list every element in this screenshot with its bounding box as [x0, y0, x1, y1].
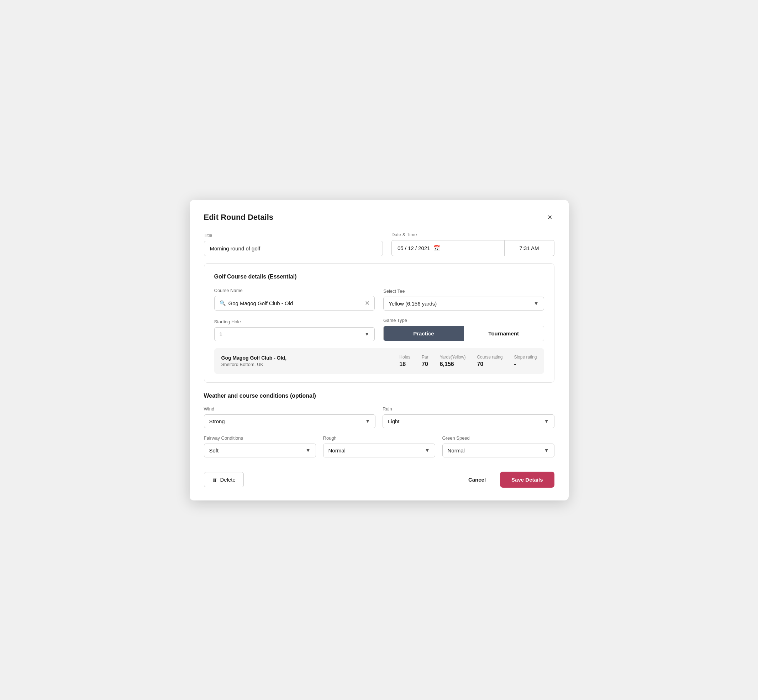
select-tee-label: Select Tee: [383, 289, 544, 294]
holes-label: Holes: [399, 355, 410, 359]
rain-group: Rain Light ▼: [382, 406, 554, 428]
practice-toggle-button[interactable]: Practice: [384, 326, 464, 341]
wind-group: Wind Strong ▼: [204, 406, 376, 428]
modal-title: Edit Round Details: [204, 213, 274, 222]
fairway-rough-green-row: Fairway Conditions Soft ▼ Rough Normal ▼…: [204, 435, 554, 458]
slope-rating-label: Slope rating: [514, 355, 537, 359]
fairway-group: Fairway Conditions Soft ▼: [204, 435, 316, 458]
rain-dropdown[interactable]: Light: [388, 418, 549, 424]
course-info-main: Gog Magog Golf Club - Old, Shelford Bott…: [221, 355, 388, 367]
golf-course-card-title: Golf Course details (Essential): [214, 273, 544, 280]
course-tee-row: Course Name 🔍 ✕ Select Tee Yellow (6,156…: [214, 288, 544, 311]
clear-icon[interactable]: ✕: [365, 300, 370, 306]
date-time-row: 05 / 12 / 2021 📅 7:31 AM: [392, 240, 554, 256]
time-value: 7:31 AM: [519, 245, 539, 251]
fairway-select-wrap: Soft ▼: [204, 444, 316, 458]
course-info-bar: Gog Magog Golf Club - Old, Shelford Bott…: [214, 348, 544, 374]
green-speed-select-wrap: Normal ▼: [442, 444, 554, 458]
course-info-location: Shelford Bottom, UK: [221, 362, 388, 367]
title-label: Title: [204, 233, 383, 238]
modal-header: Edit Round Details ×: [204, 213, 554, 222]
fairway-label: Fairway Conditions: [204, 435, 316, 441]
game-type-group: Game Type Practice Tournament: [383, 318, 544, 341]
datetime-field-group: Date & Time 05 / 12 / 2021 📅 7:31 AM: [392, 232, 554, 256]
close-button[interactable]: ×: [545, 213, 554, 222]
golf-course-card: Golf Course details (Essential) Course N…: [204, 263, 554, 383]
select-tee-wrap: Yellow (6,156 yards) ▼: [383, 297, 544, 311]
course-rating-value: 70: [477, 361, 483, 367]
rough-dropdown[interactable]: Normal: [329, 447, 430, 453]
search-icon: 🔍: [219, 300, 226, 306]
title-datetime-row: Title Date & Time 05 / 12 / 2021 📅 7:31 …: [204, 232, 554, 256]
green-speed-group: Green Speed Normal ▼: [442, 435, 554, 458]
holes-stat: Holes 18: [399, 355, 410, 367]
par-value: 70: [422, 361, 428, 367]
slope-rating-stat: Slope rating -: [514, 355, 537, 367]
title-field-group: Title: [204, 233, 383, 256]
holes-value: 18: [399, 361, 406, 367]
rain-select-wrap: Light ▼: [382, 414, 554, 428]
rough-group: Rough Normal ▼: [323, 435, 435, 458]
starting-hole-wrap: 1 ▼: [214, 327, 375, 341]
starting-hole-dropdown[interactable]: 1: [219, 331, 370, 337]
course-name-input[interactable]: [229, 300, 362, 306]
green-speed-dropdown[interactable]: Normal: [448, 447, 549, 453]
trash-icon: 🗑: [212, 477, 218, 483]
game-type-label: Game Type: [383, 318, 544, 323]
game-type-toggle: Practice Tournament: [383, 326, 544, 341]
cancel-button[interactable]: Cancel: [463, 472, 492, 487]
wind-select-wrap: Strong ▼: [204, 414, 376, 428]
datetime-label: Date & Time: [392, 232, 554, 237]
course-rating-stat: Course rating 70: [477, 355, 503, 367]
tournament-toggle-button[interactable]: Tournament: [464, 326, 544, 341]
course-name-group: Course Name 🔍 ✕: [214, 288, 375, 311]
rough-select-wrap: Normal ▼: [323, 444, 435, 458]
delete-button[interactable]: 🗑 Delete: [204, 472, 244, 487]
date-value: 05 / 12 / 2021: [398, 245, 430, 251]
course-name-search-wrap: 🔍 ✕: [214, 296, 375, 311]
conditions-section-title: Weather and course conditions (optional): [204, 393, 554, 399]
wind-rain-row: Wind Strong ▼ Rain Light ▼: [204, 406, 554, 428]
select-tee-dropdown[interactable]: Yellow (6,156 yards): [388, 300, 539, 306]
rain-label: Rain: [382, 406, 554, 411]
date-input-wrap[interactable]: 05 / 12 / 2021 📅: [392, 240, 504, 256]
course-info-name: Gog Magog Golf Club - Old,: [221, 355, 388, 361]
footer-right: Cancel Save Details: [463, 472, 554, 488]
par-label: Par: [422, 355, 429, 359]
starting-hole-game-type-row: Starting Hole 1 ▼ Game Type Practice Tou…: [214, 318, 544, 341]
slope-rating-value: -: [514, 361, 516, 367]
starting-hole-group: Starting Hole 1 ▼: [214, 319, 375, 341]
par-stat: Par 70: [422, 355, 429, 367]
save-button[interactable]: Save Details: [500, 472, 554, 488]
rough-label: Rough: [323, 435, 435, 441]
yards-label: Yards(Yellow): [440, 355, 466, 359]
course-name-label: Course Name: [214, 288, 375, 293]
footer-row: 🗑 Delete Cancel Save Details: [204, 466, 554, 488]
edit-round-modal: Edit Round Details × Title Date & Time 0…: [190, 200, 568, 500]
title-input[interactable]: [204, 241, 383, 256]
wind-label: Wind: [204, 406, 376, 411]
delete-label: Delete: [220, 477, 236, 483]
time-input-wrap[interactable]: 7:31 AM: [504, 240, 554, 256]
starting-hole-label: Starting Hole: [214, 319, 375, 324]
green-speed-label: Green Speed: [442, 435, 554, 441]
yards-stat: Yards(Yellow) 6,156: [440, 355, 466, 367]
course-stats: Holes 18 Par 70 Yards(Yellow) 6,156 Cour…: [399, 355, 537, 367]
calendar-icon: 📅: [433, 245, 440, 252]
yards-value: 6,156: [440, 361, 454, 367]
fairway-dropdown[interactable]: Soft: [209, 447, 311, 453]
wind-dropdown[interactable]: Strong: [209, 418, 370, 424]
select-tee-group: Select Tee Yellow (6,156 yards) ▼: [383, 289, 544, 311]
course-rating-label: Course rating: [477, 355, 503, 359]
